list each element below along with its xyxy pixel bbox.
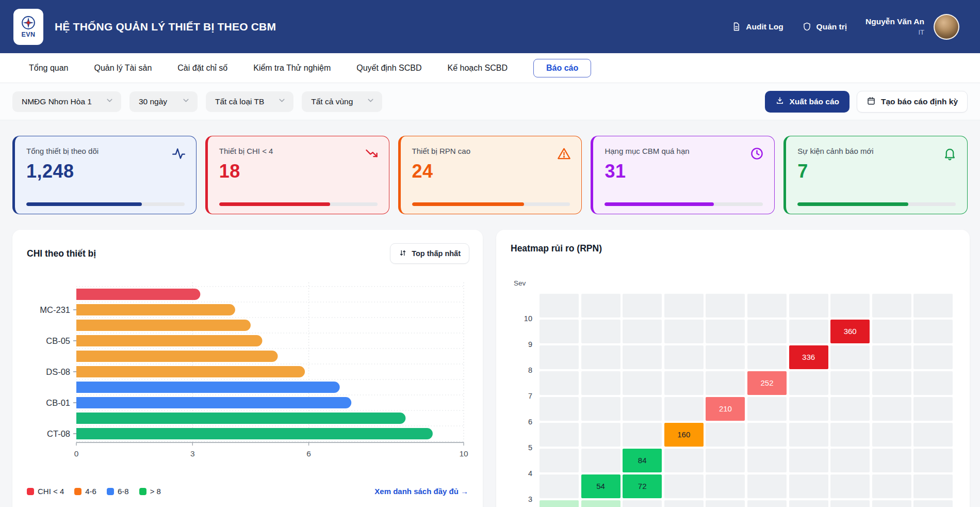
evn-star-icon: [21, 15, 36, 30]
bar-segment: [70, 382, 340, 393]
kpi-progress-track: [797, 202, 956, 206]
kpi-value: 1,248: [26, 161, 185, 182]
heatmap-y-tick: 4: [512, 469, 532, 478]
tab-cai-dat-chi-so[interactable]: Cài đặt chỉ số: [177, 64, 227, 73]
bar-segment: [70, 335, 262, 346]
evn-logo: EVN: [13, 9, 43, 45]
clock-icon: [750, 147, 764, 161]
heatmap-cell: [830, 294, 870, 318]
legend-swatch: [139, 488, 146, 495]
svg-text:0: 0: [74, 449, 79, 458]
create-scheduled-report-button[interactable]: Tạo báo cáo định kỳ: [857, 91, 968, 113]
kpi-label: Sự kiện cảnh báo mới: [797, 147, 956, 155]
heatmap-cell: [540, 320, 579, 343]
dashboard-panels: CHI theo thiết bị Top thấp nhất MC-231CB…: [12, 230, 968, 507]
legend-item: > 8: [139, 487, 161, 496]
heatmap-cell: [540, 294, 579, 318]
heatmap-cell: [706, 449, 745, 472]
audit-log-button[interactable]: Audit Log: [731, 22, 783, 31]
heatmap-cell: [623, 500, 662, 507]
trend-down-icon: [365, 147, 379, 161]
heatmap-y-tick: 8: [512, 366, 532, 375]
svg-text:MC-231: MC-231: [40, 305, 70, 314]
view-full-list-link[interactable]: Xem danh sách đầy đủ →: [374, 487, 468, 496]
kpi-card-overdue-cbm-items: Hạng mục CBM quá hạn31: [591, 136, 775, 214]
chi-panel-header: CHI theo thiết bị Top thấp nhất: [12, 230, 483, 264]
heatmap-cell: [540, 423, 579, 447]
heatmap-cell: [872, 320, 911, 343]
heatmap-y-tick: 9: [512, 340, 532, 349]
svg-text:10: 10: [459, 449, 468, 458]
heatmap-cell: [789, 500, 828, 507]
heatmap-cell: [913, 423, 953, 447]
download-icon: [775, 96, 785, 107]
filter-select-region[interactable]: Tất cả vùng: [302, 91, 382, 112]
heatmap-cell: [747, 294, 787, 318]
heatmap-cell: [789, 320, 828, 343]
heatmap-cell: [581, 423, 620, 447]
heatmap-cell: [872, 371, 911, 395]
heatmap-cell: [581, 449, 620, 472]
tab-bao-cao[interactable]: Báo cáo: [533, 59, 591, 77]
filter-select-plant[interactable]: NMĐG Nhơn Hòa 1: [12, 91, 121, 112]
heatmap-cell: [581, 397, 620, 421]
heatmap-cell: [747, 449, 787, 472]
heatmap-cell: [540, 345, 579, 369]
heatmap-cell: [913, 294, 953, 318]
bar-segment: [70, 366, 305, 377]
heatmap-cell: [913, 449, 953, 472]
chi-chart-panel: CHI theo thiết bị Top thấp nhất MC-231CB…: [12, 230, 483, 507]
alert-triangle-icon: [557, 147, 571, 161]
heatmap-cell: [706, 371, 745, 395]
kpi-label: Hạng mục CBM quá hạn: [605, 147, 763, 155]
bar-segment: [70, 413, 405, 424]
filter-selects: NMĐG Nhơn Hòa 130 ngàyTất cả loại TBTất …: [12, 91, 382, 112]
kpi-progress-fill: [605, 202, 714, 206]
tab-tong-quan[interactable]: Tổng quan: [29, 64, 69, 73]
kpi-progress-track: [26, 202, 185, 206]
heatmap-cell: [747, 345, 787, 369]
tab-ke-hoach-scbd[interactable]: Kế hoạch SCBD: [448, 64, 508, 73]
tab-kiem-tra-thu-nghiem[interactable]: Kiểm tra Thử nghiệm: [253, 64, 331, 73]
heatmap-cell: [830, 397, 870, 421]
heatmap-cell: 360: [830, 320, 870, 343]
sort-lowest-button[interactable]: Top thấp nhất: [390, 243, 469, 264]
admin-button[interactable]: Quản trị: [802, 22, 847, 31]
legend-label: 4-6: [85, 487, 96, 496]
export-report-button[interactable]: Xuất báo cáo: [765, 91, 850, 113]
heatmap-cell: [747, 500, 787, 507]
kpi-label: Tổng thiết bị theo dõi: [26, 147, 185, 155]
file-text-icon: [731, 22, 741, 31]
bell-icon: [943, 147, 957, 161]
kpi-progress-track: [219, 202, 378, 206]
app-root: EVN HỆ THỐNG QUẢN LÝ THIẾT BỊ THEO CBM A…: [0, 0, 980, 507]
filter-select-time-range[interactable]: 30 ngày: [129, 91, 198, 112]
bar-segment: [70, 428, 433, 439]
heatmap-y-axis-label: Sev: [514, 279, 526, 287]
heatmap-cell: 160: [664, 423, 704, 447]
heatmap-y-tick: 7: [512, 391, 532, 401]
shield-icon: [802, 22, 812, 31]
kpi-card-new-alert-events: Sự kiện cảnh báo mới7: [783, 136, 968, 214]
heatmap-cell: [872, 474, 911, 498]
heatmap-y-tick: 5: [512, 443, 532, 452]
chevron-down-icon: [168, 96, 190, 107]
filter-select-device-type[interactable]: Tất cả loại TB: [206, 91, 293, 112]
kpi-label: Thiết bị RPN cao: [412, 147, 570, 155]
tab-quyet-dinh-scbd[interactable]: Quyết định SCBD: [356, 64, 421, 73]
heatmap-cell: [623, 423, 662, 447]
heatmap-cell: 84: [623, 449, 662, 472]
filter-select-value: 30 ngày: [139, 97, 167, 106]
tab-quan-ly-tai-san[interactable]: Quản lý Tài sản: [94, 64, 152, 73]
legend-swatch: [27, 488, 34, 495]
avatar[interactable]: [934, 14, 959, 40]
bar-segment: [70, 351, 278, 362]
kpi-card-total-devices: Tổng thiết bị theo dõi1,248: [12, 136, 197, 214]
heatmap-cell: [830, 474, 870, 498]
filter-bar: NMĐG Nhơn Hòa 130 ngàyTất cả loại TBTất …: [0, 83, 980, 120]
kpi-value: 18: [219, 161, 378, 182]
kpi-progress-fill: [26, 202, 142, 206]
heatmap-cell: [913, 320, 953, 343]
heatmap-cell: [664, 449, 704, 472]
heatmap-cell: [706, 423, 745, 447]
